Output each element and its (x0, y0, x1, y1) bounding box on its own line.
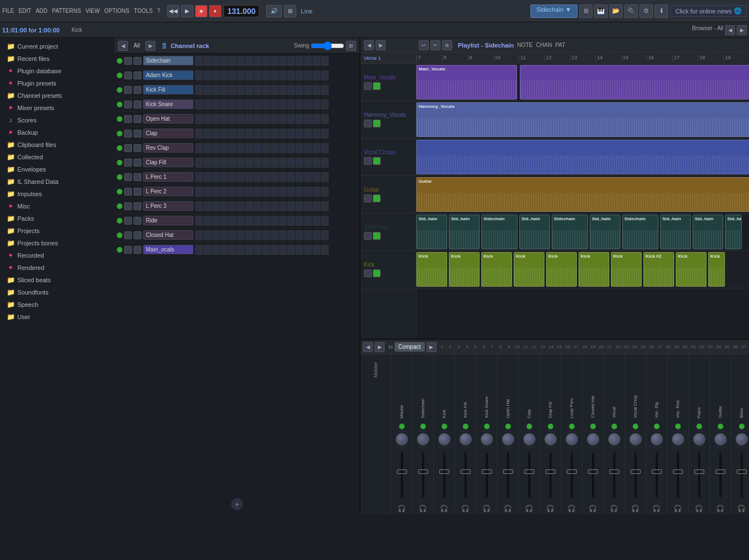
pad-3-1[interactable] (203, 99, 211, 110)
pad-9-7[interactable] (254, 187, 262, 197)
pad-0-4[interactable] (229, 56, 236, 66)
pad-11-4[interactable] (229, 216, 236, 226)
pad-8-14[interactable] (312, 172, 320, 182)
channel-led-13[interactable] (117, 247, 122, 253)
pad-2-11[interactable] (287, 85, 295, 95)
pad-9-14[interactable] (312, 187, 320, 197)
channel-mute-7[interactable] (124, 159, 132, 167)
pad-0-7[interactable] (254, 56, 262, 66)
strip-headphone-11[interactable]: 🎧 (631, 505, 639, 512)
menu-edit[interactable]: EDIT (18, 8, 31, 14)
ch-nav-right[interactable]: ▶ (145, 41, 155, 51)
arr-clip-4-8[interactable]: Sid..hain (693, 215, 723, 249)
pad-9-0[interactable] (195, 187, 203, 197)
pad-13-3[interactable] (220, 245, 228, 255)
strip-fader-thumb-6[interactable] (524, 469, 534, 474)
pad-9-8[interactable] (262, 187, 270, 197)
pad-12-1[interactable] (203, 230, 211, 240)
pad-1-1[interactable] (203, 70, 211, 80)
strip-fader-thumb-8[interactable] (567, 469, 577, 474)
pad-4-15[interactable] (321, 114, 329, 124)
pad-9-10[interactable] (279, 187, 287, 197)
pad-5-2[interactable] (212, 129, 220, 139)
pad-13-7[interactable] (254, 245, 262, 255)
channel-mute-1[interactable] (124, 72, 132, 79)
sidebar-item-plugin-database[interactable]: ✦Plugin database (0, 65, 115, 77)
pad-10-1[interactable] (203, 201, 211, 211)
strip-led-13[interactable] (675, 424, 681, 429)
browser-back-btn[interactable]: ◀ (725, 25, 735, 35)
mixer-expand-btn[interactable]: ▶ (426, 342, 437, 352)
channel-led-10[interactable] (117, 203, 122, 209)
strip-fader-thumb-16[interactable] (737, 469, 747, 474)
sidechain-button[interactable]: Sidechain ▼ (530, 4, 577, 18)
channel-solo-5[interactable] (134, 130, 141, 137)
arr-clip-4-7[interactable]: Sid..hain (660, 215, 691, 249)
pad-9-3[interactable] (220, 187, 228, 197)
strip-led-12[interactable] (654, 424, 660, 429)
pad-7-11[interactable] (287, 158, 295, 168)
pad-8-0[interactable] (195, 172, 203, 182)
sidebar-item-plugin-presets[interactable]: ✦Plugin presets (0, 77, 115, 89)
pad-7-4[interactable] (229, 158, 236, 168)
pad-13-2[interactable] (212, 245, 220, 255)
strip-led-2[interactable] (442, 424, 447, 429)
arr-track-label-2[interactable]: Vocal Chops (361, 139, 416, 176)
pad-12-6[interactable] (245, 230, 253, 240)
pad-7-3[interactable] (220, 158, 228, 168)
channel-mute-2[interactable] (124, 86, 132, 94)
channel-mute-12[interactable] (124, 231, 132, 239)
pad-1-14[interactable] (312, 70, 320, 80)
pad-13-5[interactable] (237, 245, 245, 255)
pad-1-11[interactable] (287, 70, 295, 80)
swing-slider[interactable] (311, 41, 344, 50)
channel-name-9[interactable]: L Perc 2 (143, 187, 193, 196)
strip-led-1[interactable] (420, 424, 426, 429)
channel-led-9[interactable] (117, 189, 122, 194)
pad-1-4[interactable] (229, 70, 236, 80)
pad-13-10[interactable] (279, 245, 287, 255)
strip-headphone-8[interactable]: 🎧 (567, 505, 576, 512)
pad-9-12[interactable] (296, 187, 304, 197)
arr-ctrl-mute-5[interactable] (373, 269, 381, 277)
menu-patterns[interactable]: PATTERNS (52, 8, 81, 14)
pad-4-4[interactable] (229, 114, 236, 124)
pad-6-0[interactable] (195, 143, 203, 153)
arr-clip-0-0[interactable]: Main_Vocals (416, 65, 517, 99)
stop-btn[interactable]: ■ (195, 5, 207, 17)
arr-nav-left[interactable]: ◀ (364, 40, 374, 50)
strip-led-3[interactable] (463, 424, 468, 429)
pad-9-11[interactable] (287, 187, 295, 197)
pad-12-7[interactable] (254, 230, 262, 240)
channel-mute-13[interactable] (124, 246, 132, 254)
sidebar-item-projects[interactable]: 📁Projects (0, 225, 115, 237)
pad-10-15[interactable] (321, 201, 329, 211)
sidebar-item-sliced-beats[interactable]: 📁Sliced beats (0, 274, 115, 286)
pad-11-5[interactable] (237, 216, 245, 226)
arr-clip-5-3[interactable]: Kick (514, 252, 544, 287)
arr-ctrl-vol-5[interactable] (364, 269, 372, 277)
channel-solo-7[interactable] (134, 159, 141, 167)
channel-led-5[interactable] (117, 131, 122, 136)
channel-row-5[interactable]: Clap (115, 126, 359, 141)
pad-9-6[interactable] (245, 187, 253, 197)
pad-11-12[interactable] (296, 216, 304, 226)
sidebar-item-misc[interactable]: ✦Misc (0, 200, 115, 212)
pad-13-15[interactable] (321, 245, 329, 255)
strip-led-8[interactable] (569, 424, 575, 429)
pad-1-3[interactable] (220, 70, 228, 80)
channel-mute-10[interactable] (124, 202, 132, 210)
strip-headphone-4[interactable]: 🎧 (482, 505, 491, 512)
pad-7-1[interactable] (203, 158, 211, 168)
pad-2-1[interactable] (203, 85, 211, 95)
strip-fader-track-3[interactable] (464, 453, 467, 497)
arr-clip-4-9[interactable]: Sid..hain (725, 215, 742, 249)
pad-10-14[interactable] (312, 201, 320, 211)
channel-mute-3[interactable] (124, 101, 132, 108)
channel-led-4[interactable] (117, 116, 122, 122)
pad-7-0[interactable] (195, 158, 203, 168)
pad-11-14[interactable] (312, 216, 320, 226)
pad-4-0[interactable] (195, 114, 203, 124)
pad-8-2[interactable] (212, 172, 220, 182)
pad-1-13[interactable] (304, 70, 312, 80)
